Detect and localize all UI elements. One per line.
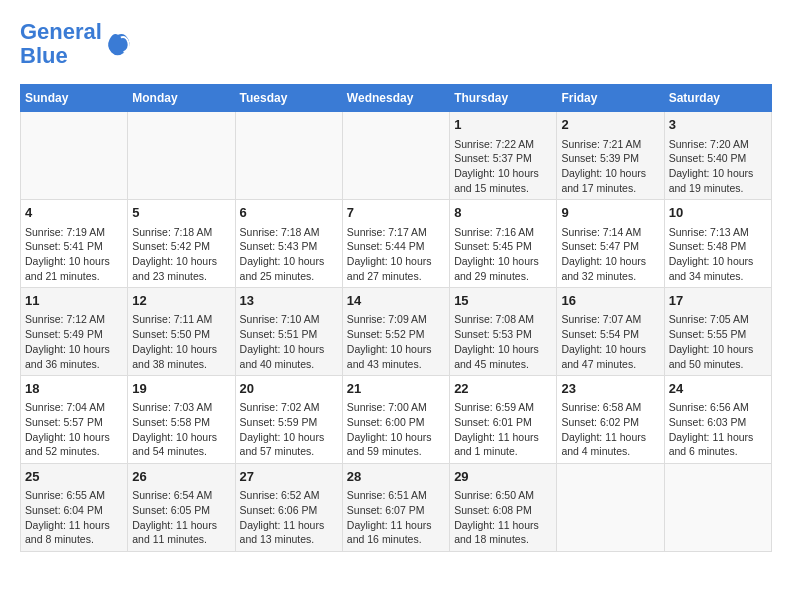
- calendar-cell: 16Sunrise: 7:07 AMSunset: 5:54 PMDayligh…: [557, 288, 664, 376]
- calendar-cell: 29Sunrise: 6:50 AMSunset: 6:08 PMDayligh…: [450, 464, 557, 552]
- calendar-cell: 10Sunrise: 7:13 AMSunset: 5:48 PMDayligh…: [664, 200, 771, 288]
- logo-icon: [104, 30, 132, 58]
- calendar-cell: 3Sunrise: 7:20 AMSunset: 5:40 PMDaylight…: [664, 112, 771, 200]
- day-info: Sunrise: 6:52 AMSunset: 6:06 PMDaylight:…: [240, 488, 338, 547]
- day-number: 24: [669, 380, 767, 398]
- col-header-wednesday: Wednesday: [342, 85, 449, 112]
- calendar-cell: 19Sunrise: 7:03 AMSunset: 5:58 PMDayligh…: [128, 376, 235, 464]
- day-info: Sunrise: 7:09 AMSunset: 5:52 PMDaylight:…: [347, 312, 445, 371]
- calendar-cell: [21, 112, 128, 200]
- col-header-monday: Monday: [128, 85, 235, 112]
- day-info: Sunrise: 7:07 AMSunset: 5:54 PMDaylight:…: [561, 312, 659, 371]
- calendar-cell: 8Sunrise: 7:16 AMSunset: 5:45 PMDaylight…: [450, 200, 557, 288]
- calendar-week-row: 11Sunrise: 7:12 AMSunset: 5:49 PMDayligh…: [21, 288, 772, 376]
- day-number: 21: [347, 380, 445, 398]
- day-number: 12: [132, 292, 230, 310]
- calendar-cell: 12Sunrise: 7:11 AMSunset: 5:50 PMDayligh…: [128, 288, 235, 376]
- day-info: Sunrise: 7:10 AMSunset: 5:51 PMDaylight:…: [240, 312, 338, 371]
- calendar-cell: 28Sunrise: 6:51 AMSunset: 6:07 PMDayligh…: [342, 464, 449, 552]
- day-info: Sunrise: 6:55 AMSunset: 6:04 PMDaylight:…: [25, 488, 123, 547]
- calendar-cell: 24Sunrise: 6:56 AMSunset: 6:03 PMDayligh…: [664, 376, 771, 464]
- calendar-cell: [128, 112, 235, 200]
- day-info: Sunrise: 7:02 AMSunset: 5:59 PMDaylight:…: [240, 400, 338, 459]
- col-header-saturday: Saturday: [664, 85, 771, 112]
- calendar-cell: 18Sunrise: 7:04 AMSunset: 5:57 PMDayligh…: [21, 376, 128, 464]
- logo: General Blue: [20, 20, 132, 68]
- day-info: Sunrise: 7:20 AMSunset: 5:40 PMDaylight:…: [669, 137, 767, 196]
- calendar-cell: 20Sunrise: 7:02 AMSunset: 5:59 PMDayligh…: [235, 376, 342, 464]
- day-info: Sunrise: 7:04 AMSunset: 5:57 PMDaylight:…: [25, 400, 123, 459]
- day-number: 26: [132, 468, 230, 486]
- calendar-week-row: 18Sunrise: 7:04 AMSunset: 5:57 PMDayligh…: [21, 376, 772, 464]
- day-info: Sunrise: 6:59 AMSunset: 6:01 PMDaylight:…: [454, 400, 552, 459]
- calendar-cell: 22Sunrise: 6:59 AMSunset: 6:01 PMDayligh…: [450, 376, 557, 464]
- day-info: Sunrise: 7:13 AMSunset: 5:48 PMDaylight:…: [669, 225, 767, 284]
- calendar-cell: 25Sunrise: 6:55 AMSunset: 6:04 PMDayligh…: [21, 464, 128, 552]
- calendar-cell: 23Sunrise: 6:58 AMSunset: 6:02 PMDayligh…: [557, 376, 664, 464]
- calendar-week-row: 25Sunrise: 6:55 AMSunset: 6:04 PMDayligh…: [21, 464, 772, 552]
- day-number: 16: [561, 292, 659, 310]
- day-number: 10: [669, 204, 767, 222]
- col-header-tuesday: Tuesday: [235, 85, 342, 112]
- calendar-cell: 26Sunrise: 6:54 AMSunset: 6:05 PMDayligh…: [128, 464, 235, 552]
- calendar-cell: 6Sunrise: 7:18 AMSunset: 5:43 PMDaylight…: [235, 200, 342, 288]
- page-header: General Blue: [20, 20, 772, 68]
- day-info: Sunrise: 6:50 AMSunset: 6:08 PMDaylight:…: [454, 488, 552, 547]
- day-number: 3: [669, 116, 767, 134]
- day-number: 19: [132, 380, 230, 398]
- day-number: 28: [347, 468, 445, 486]
- day-number: 17: [669, 292, 767, 310]
- day-number: 22: [454, 380, 552, 398]
- day-number: 6: [240, 204, 338, 222]
- day-info: Sunrise: 6:54 AMSunset: 6:05 PMDaylight:…: [132, 488, 230, 547]
- calendar-week-row: 1Sunrise: 7:22 AMSunset: 5:37 PMDaylight…: [21, 112, 772, 200]
- day-number: 4: [25, 204, 123, 222]
- day-number: 11: [25, 292, 123, 310]
- col-header-sunday: Sunday: [21, 85, 128, 112]
- day-number: 29: [454, 468, 552, 486]
- day-info: Sunrise: 6:56 AMSunset: 6:03 PMDaylight:…: [669, 400, 767, 459]
- calendar-cell: [235, 112, 342, 200]
- day-number: 9: [561, 204, 659, 222]
- day-number: 27: [240, 468, 338, 486]
- day-info: Sunrise: 7:22 AMSunset: 5:37 PMDaylight:…: [454, 137, 552, 196]
- calendar-header-row: SundayMondayTuesdayWednesdayThursdayFrid…: [21, 85, 772, 112]
- day-number: 7: [347, 204, 445, 222]
- day-info: Sunrise: 7:19 AMSunset: 5:41 PMDaylight:…: [25, 225, 123, 284]
- day-info: Sunrise: 7:14 AMSunset: 5:47 PMDaylight:…: [561, 225, 659, 284]
- day-info: Sunrise: 7:17 AMSunset: 5:44 PMDaylight:…: [347, 225, 445, 284]
- calendar-cell: 7Sunrise: 7:17 AMSunset: 5:44 PMDaylight…: [342, 200, 449, 288]
- calendar-cell: 11Sunrise: 7:12 AMSunset: 5:49 PMDayligh…: [21, 288, 128, 376]
- day-number: 13: [240, 292, 338, 310]
- calendar-cell: 17Sunrise: 7:05 AMSunset: 5:55 PMDayligh…: [664, 288, 771, 376]
- calendar-cell: [342, 112, 449, 200]
- calendar-cell: [664, 464, 771, 552]
- col-header-thursday: Thursday: [450, 85, 557, 112]
- day-info: Sunrise: 7:18 AMSunset: 5:43 PMDaylight:…: [240, 225, 338, 284]
- day-number: 1: [454, 116, 552, 134]
- day-info: Sunrise: 7:21 AMSunset: 5:39 PMDaylight:…: [561, 137, 659, 196]
- day-info: Sunrise: 6:58 AMSunset: 6:02 PMDaylight:…: [561, 400, 659, 459]
- calendar-cell: 15Sunrise: 7:08 AMSunset: 5:53 PMDayligh…: [450, 288, 557, 376]
- calendar-table: SundayMondayTuesdayWednesdayThursdayFrid…: [20, 84, 772, 552]
- day-number: 2: [561, 116, 659, 134]
- day-info: Sunrise: 7:05 AMSunset: 5:55 PMDaylight:…: [669, 312, 767, 371]
- day-number: 20: [240, 380, 338, 398]
- calendar-cell: 4Sunrise: 7:19 AMSunset: 5:41 PMDaylight…: [21, 200, 128, 288]
- logo-text: General Blue: [20, 20, 102, 68]
- col-header-friday: Friday: [557, 85, 664, 112]
- day-info: Sunrise: 7:12 AMSunset: 5:49 PMDaylight:…: [25, 312, 123, 371]
- day-info: Sunrise: 7:16 AMSunset: 5:45 PMDaylight:…: [454, 225, 552, 284]
- day-info: Sunrise: 6:51 AMSunset: 6:07 PMDaylight:…: [347, 488, 445, 547]
- day-number: 25: [25, 468, 123, 486]
- calendar-cell: 1Sunrise: 7:22 AMSunset: 5:37 PMDaylight…: [450, 112, 557, 200]
- calendar-cell: 27Sunrise: 6:52 AMSunset: 6:06 PMDayligh…: [235, 464, 342, 552]
- day-info: Sunrise: 7:08 AMSunset: 5:53 PMDaylight:…: [454, 312, 552, 371]
- calendar-cell: 13Sunrise: 7:10 AMSunset: 5:51 PMDayligh…: [235, 288, 342, 376]
- calendar-week-row: 4Sunrise: 7:19 AMSunset: 5:41 PMDaylight…: [21, 200, 772, 288]
- calendar-cell: 21Sunrise: 7:00 AMSunset: 6:00 PMDayligh…: [342, 376, 449, 464]
- day-info: Sunrise: 7:11 AMSunset: 5:50 PMDaylight:…: [132, 312, 230, 371]
- calendar-cell: 2Sunrise: 7:21 AMSunset: 5:39 PMDaylight…: [557, 112, 664, 200]
- day-info: Sunrise: 7:00 AMSunset: 6:00 PMDaylight:…: [347, 400, 445, 459]
- day-number: 8: [454, 204, 552, 222]
